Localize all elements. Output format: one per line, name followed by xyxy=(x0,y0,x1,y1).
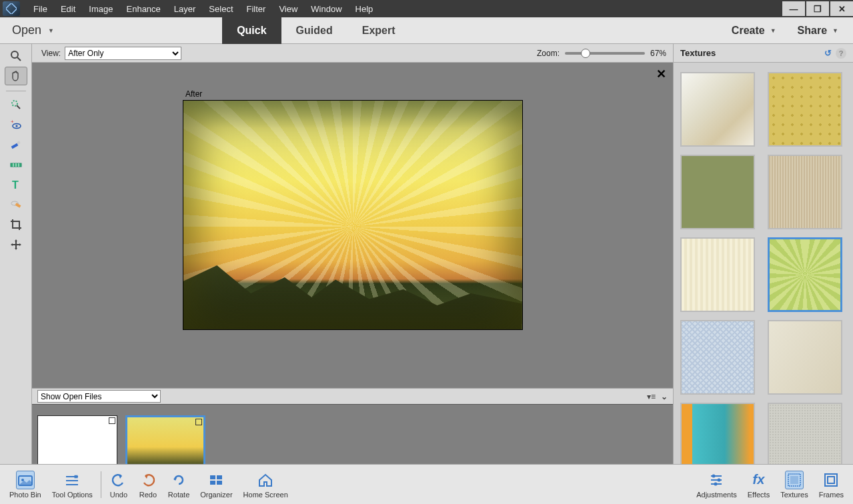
side-panel: Textures ↺ ? xyxy=(673,44,853,479)
texture-peeling-paint[interactable] xyxy=(680,72,755,147)
bb-label: Frames xyxy=(819,491,844,499)
chevron-down-icon: ▼ xyxy=(48,27,54,34)
texture-olive-canvas[interactable] xyxy=(680,155,755,229)
bb-label: Redo xyxy=(139,491,157,499)
panel-title: Textures xyxy=(680,48,716,58)
svg-rect-24 xyxy=(210,481,215,485)
svg-rect-25 xyxy=(217,481,222,485)
svg-line-4 xyxy=(17,105,20,109)
organizer-icon xyxy=(207,471,225,489)
bottom-bar: Photo Bin Tool Options Undo Redo Rotate … xyxy=(0,464,853,504)
menu-enhance[interactable]: Enhance xyxy=(120,4,167,14)
bb-textures[interactable]: Textures xyxy=(775,471,814,499)
zoom-tool[interactable] xyxy=(5,47,27,65)
spot-heal-tool[interactable] xyxy=(5,195,27,214)
zoom-slider[interactable] xyxy=(565,52,645,55)
canvas-area: View: After Only Zoom: 67% ✕ After Show … xyxy=(32,44,673,479)
bb-redo[interactable]: Redo xyxy=(133,471,163,499)
bb-label: Rotate xyxy=(168,491,189,499)
undo-icon xyxy=(109,471,128,489)
texture-green-sunburst[interactable] xyxy=(768,237,842,312)
open-button[interactable]: Open ▼ xyxy=(0,23,66,37)
bb-label: Photo Bin xyxy=(9,491,41,499)
straighten-tool[interactable] xyxy=(5,155,27,174)
photo-bin-bar: Show Open Files ▾≡ ⌄ xyxy=(32,388,673,404)
bb-photo-bin[interactable]: Photo Bin xyxy=(4,471,47,499)
view-select[interactable]: After Only xyxy=(65,47,181,60)
window-maximize-button[interactable]: ❐ xyxy=(806,1,829,16)
help-icon[interactable]: ? xyxy=(836,48,846,59)
tab-guided[interactable]: Guided xyxy=(281,17,347,44)
create-button[interactable]: Create ▼ xyxy=(722,25,786,37)
bb-label: Undo xyxy=(110,491,127,499)
window-minimize-button[interactable]: — xyxy=(782,1,805,16)
bin-filter-select[interactable]: Show Open Files xyxy=(37,390,161,403)
menu-filter[interactable]: Filter xyxy=(240,4,273,14)
tool-strip: + T xyxy=(0,44,32,479)
move-tool[interactable] xyxy=(5,235,27,254)
eye-tool[interactable]: + xyxy=(5,115,27,134)
bin-collapse-icon[interactable]: ⌄ xyxy=(661,392,668,401)
texture-blue-weave[interactable] xyxy=(680,320,755,395)
zoom-label: Zoom: xyxy=(537,49,560,58)
view-label: View: xyxy=(41,49,61,58)
bb-adjustments[interactable]: Adjustments xyxy=(691,471,742,499)
bin-thumb-1[interactable] xyxy=(37,415,117,469)
hand-tool[interactable] xyxy=(5,67,27,85)
tab-quick[interactable]: Quick xyxy=(222,17,281,44)
texture-beige-fiber[interactable] xyxy=(768,155,842,229)
svg-point-27 xyxy=(712,474,716,477)
tab-expert[interactable]: Expert xyxy=(347,17,410,44)
texture-gold-dots[interactable] xyxy=(768,72,842,147)
svg-point-29 xyxy=(718,478,721,481)
menu-select[interactable]: Select xyxy=(202,4,239,14)
bb-home-screen[interactable]: Home Screen xyxy=(238,471,293,499)
effects-icon: fx xyxy=(749,471,768,489)
bin-menu-icon[interactable]: ▾≡ xyxy=(647,392,656,401)
svg-rect-23 xyxy=(217,475,222,479)
mode-bar: Open ▼ Quick Guided Expert Create ▼ Shar… xyxy=(0,17,853,44)
close-document-button[interactable]: ✕ xyxy=(656,67,666,81)
menu-window[interactable]: Window xyxy=(304,4,348,14)
bin-thumb-2[interactable] xyxy=(125,415,205,469)
bb-label: Organizer xyxy=(200,491,232,499)
svg-point-18 xyxy=(21,479,24,481)
menu-edit[interactable]: Edit xyxy=(54,4,82,14)
menu-image[interactable]: Image xyxy=(82,4,119,14)
svg-point-7 xyxy=(15,125,17,127)
zoom-value: 67% xyxy=(650,49,666,58)
svg-rect-34 xyxy=(825,474,837,486)
bb-frames[interactable]: Frames xyxy=(814,471,849,499)
whiten-tool[interactable] xyxy=(5,135,27,154)
bb-effects[interactable]: fx Effects xyxy=(742,471,775,499)
svg-rect-35 xyxy=(828,477,834,483)
crop-tool[interactable] xyxy=(5,215,27,234)
bb-undo[interactable]: Undo xyxy=(104,471,133,499)
share-button[interactable]: Share ▼ xyxy=(788,25,848,37)
photo-bin-icon xyxy=(16,471,35,489)
window-close-button[interactable]: ✕ xyxy=(830,1,853,16)
bb-organizer[interactable]: Organizer xyxy=(195,471,237,499)
menu-view[interactable]: View xyxy=(272,4,304,14)
bb-tool-options[interactable]: Tool Options xyxy=(47,471,98,499)
frames-icon xyxy=(822,471,840,489)
svg-text:+: + xyxy=(11,119,14,125)
texture-parchment[interactable] xyxy=(768,320,842,395)
bb-label: Home Screen xyxy=(243,491,288,499)
svg-line-2 xyxy=(17,57,21,61)
rotate-icon xyxy=(169,471,188,489)
menu-file[interactable]: File xyxy=(27,4,54,14)
bb-rotate[interactable]: Rotate xyxy=(163,471,195,499)
share-label: Share xyxy=(798,25,827,37)
svg-text:T: T xyxy=(12,179,19,191)
menu-layer[interactable]: Layer xyxy=(167,4,203,14)
quick-select-tool[interactable] xyxy=(5,95,27,114)
svg-rect-22 xyxy=(210,475,215,479)
texture-cream-stripe[interactable] xyxy=(680,237,755,312)
zoom-slider-thumb[interactable] xyxy=(581,49,590,58)
svg-point-31 xyxy=(714,482,718,485)
reset-icon[interactable]: ↺ xyxy=(824,48,832,59)
menu-help[interactable]: Help xyxy=(349,4,380,14)
text-tool[interactable]: T xyxy=(5,175,27,194)
document-canvas[interactable] xyxy=(183,100,523,330)
